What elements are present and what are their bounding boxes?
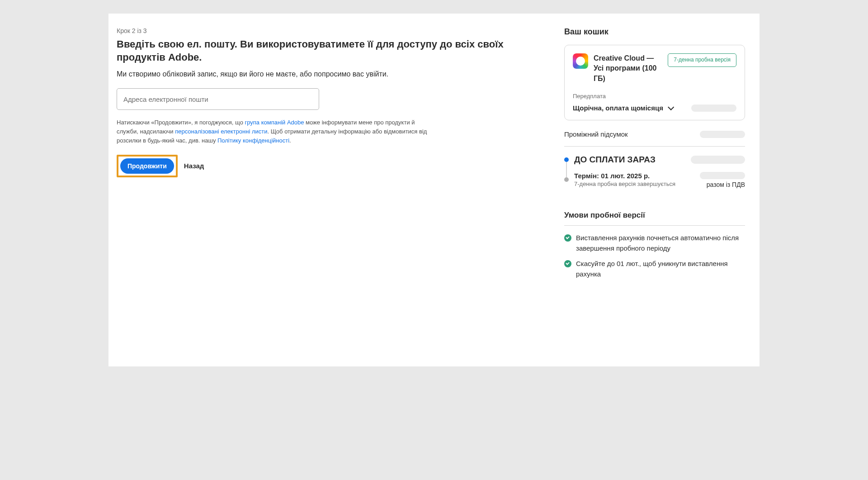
timeline-dot-later-icon xyxy=(564,177,569,182)
check-icon xyxy=(564,234,571,242)
highlight-frame: Продовжити xyxy=(117,155,178,177)
due-now-row: ДО СПЛАТИ ЗАРАЗ xyxy=(574,155,745,165)
cart-title: Ваш кошик xyxy=(564,27,745,37)
subtotal-label: Проміжний підсумок xyxy=(564,130,628,138)
product-name: Creative Cloud — Усі програми (100 ГБ) xyxy=(594,53,662,84)
due-now-price-placeholder xyxy=(691,156,745,164)
subtotal-row: Проміжний підсумок xyxy=(564,130,745,147)
step-indicator: Крок 2 із 3 xyxy=(117,27,546,34)
subscription-price-placeholder xyxy=(691,105,736,112)
consent-part4: . xyxy=(289,137,291,144)
chevron-down-icon xyxy=(668,104,674,110)
vat-text: разом із ПДВ xyxy=(700,181,745,188)
due-later-sub: 7-денна пробна версія завершується xyxy=(574,181,675,187)
checkout-container: Крок 2 із 3 Введіть свою ел. пошту. Ви в… xyxy=(108,14,760,366)
trial-terms-title: Умови пробної версії xyxy=(564,211,745,226)
trial-badge: 7-денна пробна версія xyxy=(668,53,736,67)
back-button[interactable]: Назад xyxy=(184,162,204,170)
subscription-label: Передплата xyxy=(573,93,736,100)
subtotal-price-placeholder xyxy=(700,131,745,138)
subscription-value: Щорічна, оплата щомісяця xyxy=(573,104,663,112)
cart-column: Ваш кошик Creative Cloud — Усі програми … xyxy=(564,27,745,330)
term-text-1: Виставлення рахунків почнеться автоматич… xyxy=(576,233,745,253)
due-later-row: Термін: 01 лют. 2025 р. 7-денна пробна в… xyxy=(574,172,745,188)
subscription-dropdown[interactable]: Щорічна, оплата щомісяця xyxy=(573,104,672,112)
timeline-line xyxy=(566,162,567,177)
page-heading: Введіть свою ел. пошту. Ви використовува… xyxy=(117,38,546,64)
personalized-emails-link[interactable]: персоналізовані електронні листи xyxy=(175,128,267,135)
payment-timeline: ДО СПЛАТИ ЗАРАЗ Термін: 01 лют. 2025 р. … xyxy=(564,155,745,188)
due-later-price-placeholder xyxy=(700,172,745,179)
term-text-2: Скасуйте до 01 лют., щоб уникнути вистав… xyxy=(576,259,745,279)
form-column: Крок 2 із 3 Введіть свою ел. пошту. Ви в… xyxy=(117,27,546,330)
creative-cloud-icon xyxy=(573,53,588,69)
privacy-policy-link[interactable]: Політику конфіденційності xyxy=(217,137,289,144)
due-now-label: ДО СПЛАТИ ЗАРАЗ xyxy=(574,155,656,165)
button-row: Продовжити Назад xyxy=(117,155,546,177)
page-subheading: Ми створимо обліковий запис, якщо ви йог… xyxy=(117,70,546,78)
product-head: Creative Cloud — Усі програми (100 ГБ) 7… xyxy=(573,53,736,84)
adobe-companies-link[interactable]: група компаній Adobe xyxy=(245,119,304,126)
due-later-price-block: разом із ПДВ xyxy=(700,172,745,188)
subscription-row: Щорічна, оплата щомісяця xyxy=(573,104,736,112)
email-field[interactable] xyxy=(117,88,319,110)
continue-button[interactable]: Продовжити xyxy=(120,158,174,174)
term-item: Виставлення рахунків почнеться автоматич… xyxy=(564,233,745,253)
timeline-dot-now-icon xyxy=(564,157,569,162)
consent-part1: Натискаючи «Продовжити», я погоджуюся, щ… xyxy=(117,119,245,126)
due-later-text: Термін: 01 лют. 2025 р. 7-денна пробна в… xyxy=(574,172,675,187)
consent-text: Натискаючи «Продовжити», я погоджуюся, щ… xyxy=(117,118,429,145)
check-icon xyxy=(564,260,571,267)
product-card: Creative Cloud — Усі програми (100 ГБ) 7… xyxy=(564,45,745,120)
due-later-label: Термін: 01 лют. 2025 р. xyxy=(574,172,675,180)
term-item: Скасуйте до 01 лют., щоб уникнути вистав… xyxy=(564,259,745,279)
